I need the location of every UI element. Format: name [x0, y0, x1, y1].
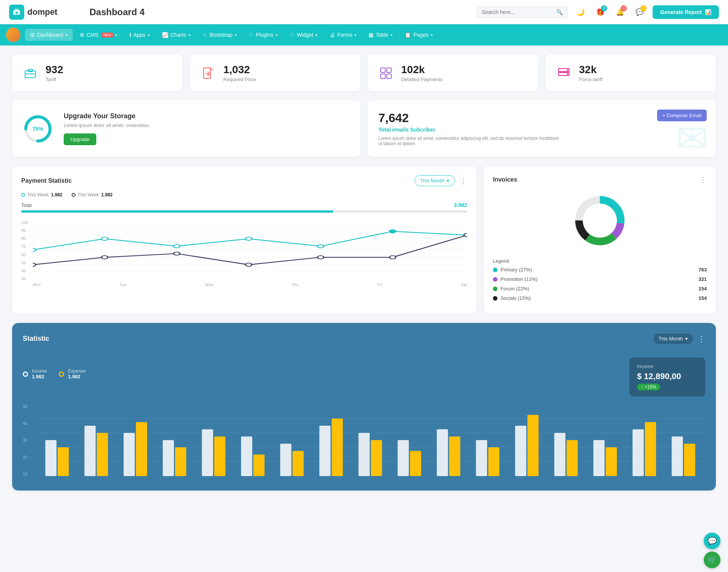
- svg-point-16: [567, 73, 568, 75]
- nav-apps[interactable]: ℹ Apps ▾: [124, 29, 155, 41]
- logo: dompet: [9, 5, 77, 20]
- nav-pages[interactable]: 📋 Pages ▾: [399, 29, 438, 41]
- nav-forms[interactable]: 🖨 Forms ▾: [324, 29, 362, 41]
- dashboard-icon: ⊞: [30, 32, 35, 38]
- server-icon: [555, 64, 573, 82]
- stat-info-force: 32k Force tariff: [579, 64, 602, 82]
- bell-icon[interactable]: 🔔 12: [613, 5, 627, 19]
- payments-label: Detalled Payments: [401, 77, 442, 82]
- statistic-month-button[interactable]: This Month ▾: [653, 334, 693, 344]
- svg-point-38: [317, 255, 323, 259]
- svg-point-2: [16, 12, 18, 14]
- svg-rect-66: [332, 418, 343, 476]
- chevron-down-icon-charts: ▾: [188, 33, 190, 37]
- nav-plugins[interactable]: ♡ Plugins ▾: [243, 29, 283, 41]
- invoices-header: Invoices ⋮: [493, 175, 707, 184]
- chevron-down-icon-apps: ▾: [148, 33, 150, 37]
- svg-rect-84: [684, 444, 695, 476]
- payments-value: 102k: [401, 64, 442, 76]
- svg-point-31: [317, 244, 323, 248]
- svg-rect-78: [566, 440, 578, 476]
- svg-rect-10: [387, 68, 391, 72]
- svg-rect-74: [488, 447, 500, 476]
- generate-report-button[interactable]: Generate Report 📊: [653, 5, 719, 19]
- stat-card-payments: 102k Detalled Payments: [368, 55, 538, 91]
- statistic-more-icon[interactable]: ⋮: [698, 334, 705, 343]
- statistic-header: Statistic This Month ▾ ⋮: [23, 334, 705, 344]
- storage-circle-chart: 75%: [23, 114, 53, 144]
- svg-rect-59: [202, 429, 213, 476]
- svg-rect-67: [359, 433, 370, 476]
- upgrade-button[interactable]: Upgrade: [64, 133, 96, 145]
- nav-bootstrap[interactable]: ☆ Bootstrap ▾: [197, 29, 242, 41]
- y-axis-labels: 10090807060504030: [21, 220, 28, 281]
- email-count: 7,642: [378, 111, 705, 125]
- legend-dot-dark: [72, 193, 75, 197]
- search-box[interactable]: 🔍: [477, 6, 568, 18]
- payment-card: Payment Statistic This Month ▾ ⋮ This We…: [12, 166, 476, 314]
- nav-widget[interactable]: ♡ Widget ▾: [284, 29, 323, 41]
- email-label: Total emails Subcriber.: [378, 127, 705, 133]
- invoices-card: Invoices ⋮ Legend Prima: [484, 166, 716, 314]
- invoices-more-icon[interactable]: ⋮: [699, 175, 707, 184]
- svg-rect-83: [672, 437, 683, 476]
- inv-item-primary: Primary (27%) 763: [493, 267, 707, 273]
- inv-legend-left-promo: Promotion (11%): [493, 276, 538, 282]
- income-legend: Income 1.982: [23, 368, 47, 379]
- price-value: 1,032: [223, 64, 256, 76]
- more-options-icon[interactable]: ⋮: [460, 176, 467, 185]
- progress-bar: [21, 210, 467, 213]
- this-month-button[interactable]: This Month ▾: [414, 175, 455, 186]
- svg-point-36: [174, 252, 180, 255]
- donut-chart: [570, 190, 630, 251]
- svg-rect-60: [214, 437, 226, 476]
- invoice-legend: Legend Primary (27%) 763 Promotion (11%)…: [493, 259, 707, 301]
- inv-legend-left-socials: Socials (15%): [493, 295, 531, 301]
- svg-rect-12: [387, 74, 391, 78]
- payment-header-right: This Month ▾ ⋮: [414, 175, 467, 186]
- svg-rect-64: [292, 451, 304, 476]
- chevron-down-icon-table: ▾: [391, 33, 392, 37]
- svg-point-35: [102, 255, 108, 259]
- header: dompet Dashboard 4 🔍 🌙 🎁 2 🔔 12 💬 5 Gene…: [0, 0, 728, 24]
- stat-card-tariff: 932 Tariff: [12, 55, 182, 91]
- line-chart: 10090807060504030: [21, 220, 467, 287]
- header-right: 🔍 🌙 🎁 2 🔔 12 💬 5 Generate Report 📊: [477, 5, 719, 19]
- chat-icon[interactable]: 💬 5: [633, 5, 646, 19]
- moon-icon[interactable]: 🌙: [574, 5, 587, 19]
- gift-icon[interactable]: 🎁 2: [593, 5, 607, 19]
- search-input[interactable]: [482, 9, 553, 15]
- svg-rect-68: [371, 440, 382, 476]
- bar-chart: 5040302010: [23, 404, 705, 480]
- stat-cards-row: 932 Tariff 1,032 Required Price: [12, 55, 716, 91]
- payment-title: Payment Statistic: [21, 177, 72, 184]
- inv-dot-primary: [493, 268, 497, 272]
- svg-rect-70: [410, 451, 421, 476]
- svg-rect-77: [554, 433, 566, 476]
- svg-point-37: [246, 263, 252, 266]
- inv-item-socials: Socials (15%) 154: [493, 295, 707, 301]
- logo-text: dompet: [27, 7, 57, 17]
- nav-charts[interactable]: 📈 Charts ▾: [157, 29, 196, 41]
- search-icon[interactable]: 🔍: [556, 9, 563, 15]
- nav-dashboard[interactable]: ⊞ Dashboard ▾: [25, 29, 73, 41]
- svg-rect-72: [449, 437, 460, 476]
- nav-cms[interactable]: ⚙ CMS New ▾: [74, 29, 122, 41]
- svg-rect-57: [163, 440, 174, 476]
- svg-rect-80: [606, 447, 617, 476]
- charts-row: Payment Statistic This Month ▾ ⋮ This We…: [12, 166, 716, 314]
- gift-badge: 2: [601, 5, 607, 11]
- statistic-card: Statistic This Month ▾ ⋮ Income 1.982: [12, 323, 716, 491]
- grid-icon: [377, 64, 395, 82]
- inv-item-forum: Forum (22%) 154: [493, 286, 707, 291]
- svg-rect-61: [241, 437, 253, 476]
- svg-rect-1: [15, 9, 19, 11]
- stat-card-price: 1,032 Required Price: [190, 55, 360, 91]
- svg-rect-58: [175, 447, 187, 476]
- inv-dot-promo: [493, 277, 497, 282]
- nav-table[interactable]: ▦ Table ▾: [363, 29, 398, 41]
- page-title: Dashboard 4: [89, 7, 477, 17]
- svg-point-28: [102, 237, 108, 240]
- expense-circle: [59, 371, 64, 377]
- stat-info-tariff: 932 Tariff: [46, 64, 63, 82]
